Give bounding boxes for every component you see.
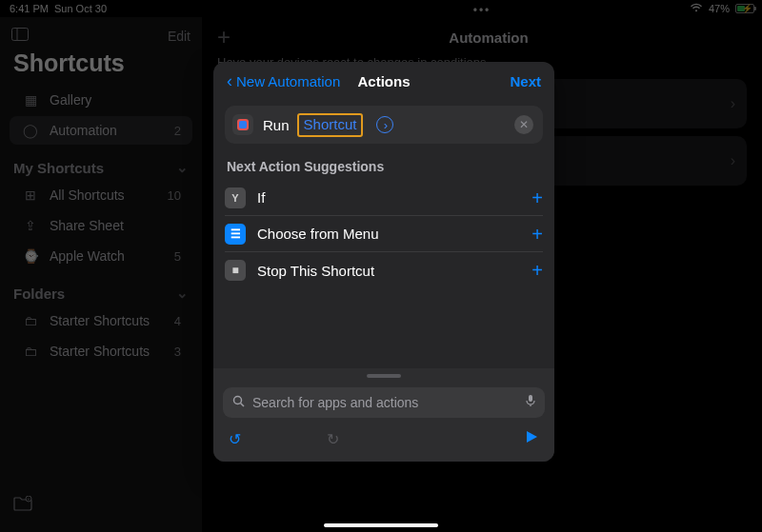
sidebar-item-label: Starter Shortcuts — [50, 313, 150, 328]
shortcuts-app-icon — [232, 114, 253, 135]
shortcut-token-highlight[interactable]: Shortcut — [297, 113, 364, 137]
sidebar-folder-item[interactable]: 🗀 Starter Shortcuts 3 — [10, 337, 192, 365]
sidebar-item-all-shortcuts[interactable]: ⊞ All Shortcuts 10 — [10, 181, 192, 209]
search-icon — [232, 395, 245, 410]
sidebar-item-share-sheet[interactable]: ⇪ Share Sheet — [10, 211, 192, 240]
undo-button[interactable]: ↺ — [229, 430, 241, 448]
chevron-down-icon: ⌄ — [176, 285, 189, 302]
clear-action-icon[interactable]: ✕ — [514, 115, 533, 134]
next-button[interactable]: Next — [510, 73, 541, 89]
folder-icon: 🗀 — [21, 313, 40, 328]
modal-title: Actions — [357, 73, 410, 89]
sidebar-item-label: Apple Watch — [50, 248, 125, 264]
multitask-indicator-icon[interactable]: ••• — [473, 4, 491, 17]
section-my-shortcuts[interactable]: My Shortcuts ⌄ — [0, 146, 202, 180]
chevron-left-icon: ‹ — [227, 71, 232, 91]
folder-icon: 🗀 — [21, 344, 40, 359]
back-button[interactable]: ‹ New Automation — [227, 71, 340, 91]
stop-icon: ■ — [225, 260, 246, 281]
sidebar-toggle-icon[interactable] — [11, 28, 29, 45]
sidebar-item-label: All Shortcuts — [50, 187, 125, 203]
svg-text:+: + — [28, 496, 30, 502]
battery-icon: ⚡ — [735, 4, 752, 13]
chevron-right-icon: › — [731, 95, 735, 112]
add-suggestion-icon[interactable]: + — [531, 225, 543, 244]
sheet-grabber-icon[interactable] — [367, 374, 401, 378]
suggestion-stop-shortcut[interactable]: ■ Stop This Shortcut + — [225, 252, 543, 288]
modal-footer: ↺ ↻ — [213, 368, 554, 462]
sidebar-item-label: Gallery — [50, 92, 91, 108]
add-suggestion-icon[interactable]: + — [531, 188, 543, 207]
sidebar-item-automation[interactable]: ◯ Automation 2 — [10, 116, 192, 145]
watch-icon: ⌚ — [21, 248, 40, 264]
sidebar-item-label: Starter Shortcuts — [50, 344, 150, 359]
add-suggestion-icon[interactable]: + — [531, 261, 543, 280]
home-indicator[interactable] — [324, 523, 438, 527]
chevron-right-icon: › — [731, 152, 735, 169]
action-run-label: Run — [263, 117, 290, 133]
automation-icon: ◯ — [21, 123, 40, 138]
share-icon: ⇪ — [21, 218, 40, 233]
branch-icon: Y — [225, 187, 246, 208]
redo-button: ↻ — [327, 430, 339, 448]
svg-rect-0 — [12, 29, 29, 41]
status-time: 6:41 PM — [10, 3, 49, 14]
svg-point-6 — [234, 397, 242, 404]
grid-icon: ▦ — [21, 92, 40, 108]
sidebar-item-gallery[interactable]: ▦ Gallery — [10, 86, 192, 114]
wifi-icon — [690, 3, 703, 14]
expand-action-icon[interactable] — [376, 116, 393, 133]
page-title: Automation — [449, 30, 528, 46]
sidebar-folder-item[interactable]: 🗀 Starter Shortcuts 4 — [10, 306, 192, 335]
actions-modal: ‹ New Automation Actions Next Run Shortc… — [213, 62, 554, 462]
suggestion-choose-menu[interactable]: ☰ Choose from Menu + — [225, 216, 543, 252]
menu-icon: ☰ — [225, 224, 246, 245]
sidebar: Edit Shortcuts ▦ Gallery ◯ Automation 2 … — [0, 17, 202, 532]
new-folder-icon[interactable]: + — [13, 498, 32, 514]
section-folders[interactable]: Folders ⌄ — [0, 271, 202, 305]
sidebar-item-apple-watch[interactable]: ⌚ Apple Watch 5 — [10, 242, 192, 270]
status-bar: 6:41 PM Sun Oct 30 47% ⚡ — [0, 0, 762, 17]
svg-rect-8 — [529, 395, 532, 402]
sidebar-title: Shortcuts — [0, 48, 202, 85]
action-search[interactable] — [223, 387, 545, 418]
svg-line-7 — [241, 404, 245, 407]
battery-percent: 47% — [709, 3, 730, 14]
run-shortcut-action[interactable]: Run Shortcut ✕ — [225, 106, 543, 144]
svg-rect-5 — [239, 121, 247, 128]
suggestion-if[interactable]: Y If + — [225, 180, 543, 216]
grid4-icon: ⊞ — [21, 187, 40, 203]
edit-button[interactable]: Edit — [168, 29, 190, 44]
play-button[interactable] — [524, 429, 539, 448]
status-date: Sun Oct 30 — [54, 3, 107, 14]
add-automation-button[interactable]: + — [217, 26, 231, 49]
sidebar-item-label: Automation — [50, 123, 117, 138]
suggestions-heading: Next Action Suggestions — [213, 155, 554, 180]
sidebar-item-label: Share Sheet — [50, 218, 124, 233]
chevron-down-icon: ⌄ — [176, 159, 189, 176]
search-input[interactable] — [252, 395, 518, 410]
mic-icon[interactable] — [526, 394, 535, 411]
